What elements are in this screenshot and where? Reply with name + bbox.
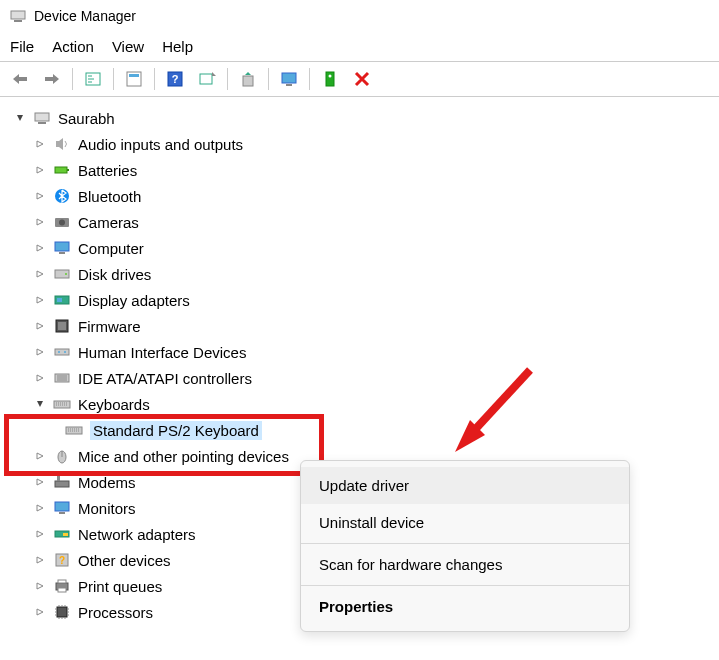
svg-rect-18 <box>67 169 69 171</box>
svg-rect-10 <box>243 76 253 86</box>
chevron-right-icon[interactable] <box>32 604 48 620</box>
svg-rect-38 <box>55 481 69 487</box>
back-button[interactable] <box>6 66 34 92</box>
svg-rect-13 <box>326 72 334 86</box>
properties-button[interactable] <box>120 66 148 92</box>
help-button[interactable]: ? <box>161 66 189 92</box>
svg-rect-27 <box>57 298 62 302</box>
chevron-right-icon[interactable] <box>32 448 48 464</box>
tree-item-label: Network adapters <box>78 526 196 543</box>
tree-item-disk-drives[interactable]: Disk drives <box>4 261 715 287</box>
device-button[interactable] <box>316 66 344 92</box>
uninstall-button[interactable] <box>348 66 376 92</box>
menu-file[interactable]: File <box>10 38 34 55</box>
scan-button[interactable] <box>193 66 221 92</box>
monitor-button[interactable] <box>275 66 303 92</box>
menu-view[interactable]: View <box>112 38 144 55</box>
chevron-right-icon[interactable] <box>32 500 48 516</box>
chevron-right-icon[interactable] <box>32 474 48 490</box>
context-uninstall-device[interactable]: Uninstall device <box>301 504 629 541</box>
tree-item-standard-keyboard[interactable]: Standard PS/2 Keyboard <box>4 417 715 443</box>
context-properties[interactable]: Properties <box>301 588 629 625</box>
toolbar: ? <box>0 62 719 97</box>
svg-rect-43 <box>63 533 68 536</box>
svg-rect-0 <box>11 11 25 19</box>
update-driver-button[interactable] <box>234 66 262 92</box>
menu-bar: File Action View Help <box>0 32 719 61</box>
tree-item-cameras[interactable]: Cameras <box>4 209 715 235</box>
chevron-down-icon[interactable] <box>32 396 48 412</box>
window-title: Device Manager <box>34 8 136 24</box>
svg-rect-40 <box>55 502 69 511</box>
svg-rect-16 <box>38 122 46 124</box>
svg-rect-22 <box>55 242 69 251</box>
chevron-right-icon[interactable] <box>32 318 48 334</box>
svg-rect-6 <box>129 74 139 77</box>
disk-icon <box>52 264 72 284</box>
context-update-driver[interactable]: Update driver <box>301 467 629 504</box>
tree-item-keyboards[interactable]: Keyboards <box>4 391 715 417</box>
svg-text:?: ? <box>172 73 179 85</box>
chevron-right-icon[interactable] <box>32 526 48 542</box>
tree-item-label: Bluetooth <box>78 188 141 205</box>
toolbar-separator <box>113 68 114 90</box>
tree-item-label: Print queues <box>78 578 162 595</box>
tree-item-label: Computer <box>78 240 144 257</box>
context-item-label: Properties <box>319 598 393 615</box>
display-adapter-icon <box>52 290 72 310</box>
tree-item-label: Keyboards <box>78 396 150 413</box>
keyboard-icon <box>52 394 72 414</box>
tree-item-hid[interactable]: Human Interface Devices <box>4 339 715 365</box>
monitor-icon <box>52 498 72 518</box>
toolbar-separator <box>268 68 269 90</box>
chevron-right-icon[interactable] <box>32 552 48 568</box>
show-hidden-button[interactable] <box>79 66 107 92</box>
tree-item-bluetooth[interactable]: Bluetooth <box>4 183 715 209</box>
forward-button[interactable] <box>38 66 66 92</box>
menu-help[interactable]: Help <box>162 38 193 55</box>
chevron-right-icon[interactable] <box>32 266 48 282</box>
monitor-icon <box>52 238 72 258</box>
tree-root[interactable]: Saurabh <box>4 105 715 131</box>
svg-rect-9 <box>200 74 212 84</box>
svg-rect-39 <box>57 476 60 481</box>
chevron-right-icon[interactable] <box>32 214 48 230</box>
tree-item-firmware[interactable]: Firmware <box>4 313 715 339</box>
tree-item-computer[interactable]: Computer <box>4 235 715 261</box>
firmware-icon <box>52 316 72 336</box>
device-manager-icon <box>10 8 26 24</box>
chevron-down-icon[interactable] <box>12 110 28 126</box>
svg-rect-17 <box>55 167 67 173</box>
menu-action[interactable]: Action <box>52 38 94 55</box>
svg-rect-41 <box>59 512 65 514</box>
tree-item-batteries[interactable]: Batteries <box>4 157 715 183</box>
chevron-right-icon[interactable] <box>32 136 48 152</box>
chevron-right-icon[interactable] <box>32 578 48 594</box>
svg-point-21 <box>59 220 65 226</box>
context-item-label: Uninstall device <box>319 514 424 531</box>
chevron-right-icon[interactable] <box>32 292 48 308</box>
svg-point-32 <box>64 351 66 353</box>
context-item-label: Scan for hardware changes <box>319 556 502 573</box>
svg-point-25 <box>65 273 67 275</box>
context-scan-hardware[interactable]: Scan for hardware changes <box>301 546 629 583</box>
ide-icon <box>52 368 72 388</box>
tree-item-label: Processors <box>78 604 153 621</box>
chevron-right-icon[interactable] <box>32 240 48 256</box>
svg-rect-47 <box>58 580 66 583</box>
chevron-right-icon[interactable] <box>32 188 48 204</box>
context-menu: Update driver Uninstall device Scan for … <box>300 460 630 632</box>
tree-item-label: Audio inputs and outputs <box>78 136 243 153</box>
chevron-right-icon[interactable] <box>32 344 48 360</box>
tree-item-display-adapters[interactable]: Display adapters <box>4 287 715 313</box>
tree-item-ide[interactable]: IDE ATA/ATAPI controllers <box>4 365 715 391</box>
bluetooth-icon <box>52 186 72 206</box>
chevron-right-icon[interactable] <box>32 370 48 386</box>
svg-text:?: ? <box>59 555 65 566</box>
tree-item-label: Cameras <box>78 214 139 231</box>
chevron-right-icon[interactable] <box>32 162 48 178</box>
svg-rect-30 <box>55 349 69 355</box>
tree-item-label: Firmware <box>78 318 141 335</box>
speaker-icon <box>52 134 72 154</box>
tree-item-audio[interactable]: Audio inputs and outputs <box>4 131 715 157</box>
